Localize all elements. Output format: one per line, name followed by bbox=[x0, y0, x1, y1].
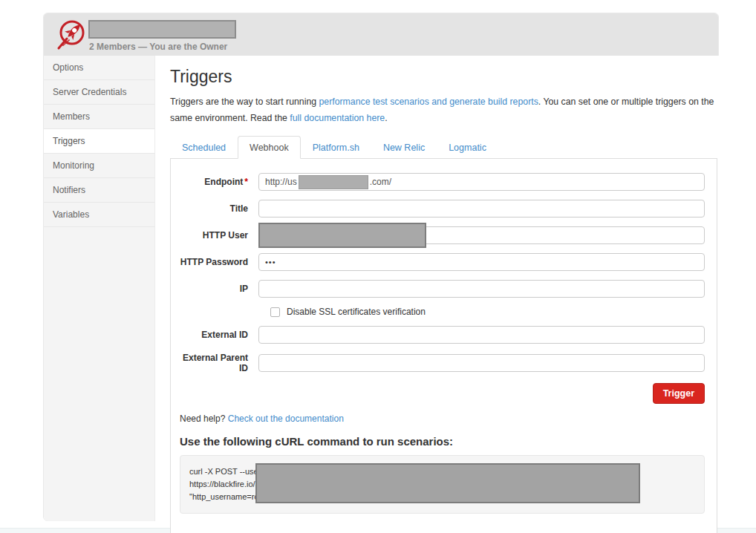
http-user-label: HTTP User bbox=[180, 230, 251, 241]
environment-name-redacted bbox=[88, 20, 236, 39]
settings-sidebar: Options Server Credentials Members Trigg… bbox=[44, 56, 155, 521]
environment-settings-card: 2 Members — You are the Owner Options Se… bbox=[43, 13, 719, 521]
blackfire-rocket-logo-icon bbox=[53, 17, 88, 53]
tab-webhook[interactable]: Webhook bbox=[238, 136, 301, 159]
curl-section-heading: Use the following cURL command to run sc… bbox=[180, 435, 705, 448]
sidebar-item-variables[interactable]: Variables bbox=[44, 203, 154, 227]
endpoint-row: Endpoint* http://us.com/ bbox=[180, 173, 705, 191]
page-title: Triggers bbox=[170, 67, 717, 87]
curl-command-redacted bbox=[255, 463, 640, 503]
tab-platform-sh[interactable]: Platform.sh bbox=[301, 136, 371, 159]
triggers-content: Triggers Triggers are the way to start r… bbox=[155, 56, 730, 521]
required-asterisk: * bbox=[244, 177, 248, 187]
external-parent-id-label: External Parent ID bbox=[180, 353, 251, 373]
need-help-text: Need help? bbox=[180, 413, 228, 424]
external-id-row: External ID bbox=[180, 326, 705, 344]
tab-logmatic[interactable]: Logmatic bbox=[437, 136, 498, 159]
full-documentation-link[interactable]: full documentation here bbox=[290, 113, 385, 123]
endpoint-value-suffix: .com/ bbox=[370, 177, 391, 187]
disable-ssl-checkbox[interactable] bbox=[270, 307, 280, 317]
http-password-row: HTTP Password ••• bbox=[180, 253, 705, 271]
external-id-input[interactable] bbox=[258, 326, 705, 344]
http-user-value-redacted bbox=[258, 223, 426, 248]
endpoint-input[interactable]: http://us.com/ bbox=[258, 173, 705, 191]
tab-new-relic[interactable]: New Relic bbox=[371, 136, 437, 159]
http-user-row: HTTP User bbox=[180, 226, 705, 244]
sidebar-item-members[interactable]: Members bbox=[44, 105, 154, 129]
sidebar-item-monitoring[interactable]: Monitoring bbox=[44, 154, 154, 178]
trigger-tabs: Scheduled Webhook Platform.sh New Relic … bbox=[170, 136, 717, 158]
intro-text-before: Triggers are the way to start running bbox=[170, 97, 319, 107]
external-id-label: External ID bbox=[180, 330, 251, 340]
http-password-masked-value: ••• bbox=[265, 258, 276, 266]
sidebar-item-triggers[interactable]: Triggers bbox=[44, 129, 154, 154]
scenarios-docs-link[interactable]: performance test scenarios and generate … bbox=[319, 97, 538, 107]
sidebar-item-options[interactable]: Options bbox=[44, 56, 154, 80]
ssl-verification-row: Disable SSL certificates verification bbox=[270, 307, 705, 317]
ip-label: IP bbox=[180, 284, 251, 294]
ip-row: IP bbox=[180, 280, 705, 298]
intro-paragraph: Triggers are the way to start running pe… bbox=[170, 94, 717, 126]
help-line: Need help? Check out the documentation bbox=[180, 413, 705, 424]
help-documentation-link[interactable]: Check out the documentation bbox=[228, 413, 344, 424]
disable-ssl-label: Disable SSL certificates verification bbox=[287, 307, 426, 317]
sidebar-item-notifiers[interactable]: Notifiers bbox=[44, 178, 154, 203]
endpoint-value-prefix: http://us bbox=[265, 177, 297, 187]
title-input[interactable] bbox=[258, 200, 705, 218]
webhook-tab-panel: Endpoint* http://us.com/ Title HTTP User… bbox=[170, 158, 717, 533]
http-password-label: HTTP Password bbox=[180, 257, 251, 267]
members-status-text: 2 Members — You are the Owner bbox=[89, 42, 227, 52]
endpoint-value-redacted bbox=[299, 175, 368, 189]
external-parent-id-input[interactable] bbox=[258, 354, 705, 372]
ip-input[interactable] bbox=[258, 280, 705, 298]
tab-scheduled[interactable]: Scheduled bbox=[170, 136, 238, 159]
submit-row: Trigger bbox=[180, 383, 705, 404]
environment-header: 2 Members — You are the Owner bbox=[44, 13, 718, 56]
endpoint-label: Endpoint* bbox=[180, 177, 251, 187]
external-parent-id-row: External Parent ID bbox=[180, 353, 705, 373]
http-user-input[interactable] bbox=[258, 226, 705, 244]
sidebar-item-server-credentials[interactable]: Server Credentials bbox=[44, 80, 154, 105]
http-password-input[interactable]: ••• bbox=[258, 253, 705, 271]
title-label: Title bbox=[180, 203, 251, 214]
title-row: Title bbox=[180, 200, 705, 218]
trigger-button[interactable]: Trigger bbox=[653, 383, 705, 404]
intro-text-after: . bbox=[385, 113, 387, 123]
curl-code-block: curl -X POST --use https://blackfire.io/… bbox=[180, 455, 705, 514]
